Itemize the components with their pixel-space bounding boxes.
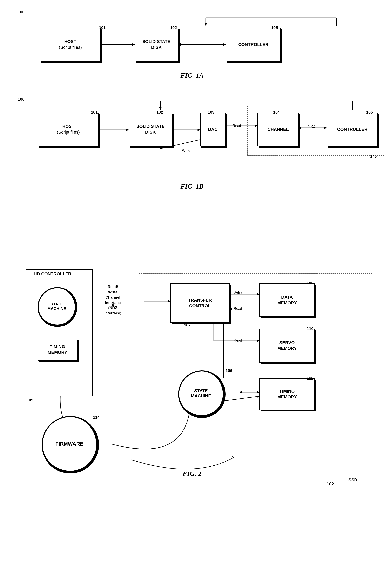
svg-marker-5: [132, 43, 134, 46]
ref-108: 108: [307, 281, 313, 286]
data-memory-box: DATAMEMORY: [259, 283, 315, 317]
diagram-fig1b: 100 HOST(Script file: [16, 95, 368, 194]
page: 100 HOST(Script files) 101 SOLID STATEDI…: [0, 0, 384, 499]
diagram-fig1a: 100 HOST(Script files) 101 SOLID STATEDI…: [16, 8, 368, 83]
ref-102-fig1a: 102: [170, 25, 177, 30]
ssd-box-fig1a: SOLID STATEDISK: [134, 28, 178, 62]
ref-105-fig1a: 105: [271, 25, 278, 30]
read-label-fig1b: Read: [232, 124, 241, 128]
ref-112: 112: [307, 376, 313, 380]
diagram-fig2: HD CONTROLLER STATEMACHINE TIMINGMEMORY …: [16, 206, 368, 480]
servo-memory-box: SERVOMEMORY: [259, 329, 315, 362]
ssd-timing-memory-box: TIMINGMEMORY: [259, 378, 315, 410]
ref-101-fig1b: 101: [91, 110, 97, 114]
read-label1-fig2: Read: [233, 307, 242, 311]
write-label-fig1b: Write: [182, 148, 191, 153]
fig2-caption: FIG. 2: [183, 470, 201, 478]
svg-marker-16: [197, 128, 200, 131]
firmware-circle: FIRMWARE: [41, 416, 99, 474]
svg-marker-23: [160, 147, 164, 148]
ref-110: 110: [307, 327, 313, 331]
ref-100-fig1a: 100: [18, 10, 24, 15]
ref-102-fig1b: 102: [156, 110, 163, 114]
fig1a-caption: FIG. 1A: [180, 72, 204, 79]
ref-107: 107: [184, 323, 191, 328]
write-label-fig2: Write: [233, 291, 242, 295]
host-box-fig1b: HOST(Script files): [38, 112, 99, 146]
ref-106: 106: [226, 369, 232, 373]
svg-marker-3: [205, 23, 207, 26]
nrz-label-fig1b: NRZ: [308, 125, 315, 128]
ref-103: 103: [208, 110, 214, 114]
hd-controller-label: HD CONTROLLER: [34, 272, 72, 276]
ref-105-fig2: 105: [27, 398, 33, 402]
read-label2-fig2: Read: [233, 338, 242, 342]
ssd-box-fig1b: SOLID STATEDISK: [129, 112, 172, 146]
interface-label: Read/WriteChannelInterface(NRZInterface): [95, 284, 131, 316]
ref-100-fig1b: 100: [18, 97, 24, 102]
ref-102-fig2: 102: [326, 482, 334, 486]
transfer-control-box: TRANSFERCONTROL: [170, 283, 230, 323]
dashed-boundary-fig1b: [248, 106, 384, 155]
dac-box: DAC: [200, 112, 226, 146]
host-box-fig1a: HOST(Script files): [39, 28, 101, 62]
ref-114: 114: [93, 415, 99, 420]
fig1b-caption: FIG. 1B: [180, 183, 204, 190]
controller-box-fig1a: CONTROLLER: [226, 28, 281, 62]
ssd-label: SSD: [348, 478, 357, 483]
svg-marker-14: [126, 128, 129, 131]
ref-101-fig1a: 101: [99, 25, 105, 30]
hd-state-machine-circle: STATEMACHINE: [38, 287, 77, 327]
svg-marker-7: [178, 43, 180, 46]
svg-marker-12: [159, 107, 161, 110]
ssd-state-machine-circle: STATEMACHINE: [178, 371, 226, 418]
ref-145: 145: [370, 154, 377, 159]
hd-timing-memory-box: TIMINGMEMORY: [38, 339, 77, 360]
svg-marker-8: [223, 43, 226, 46]
